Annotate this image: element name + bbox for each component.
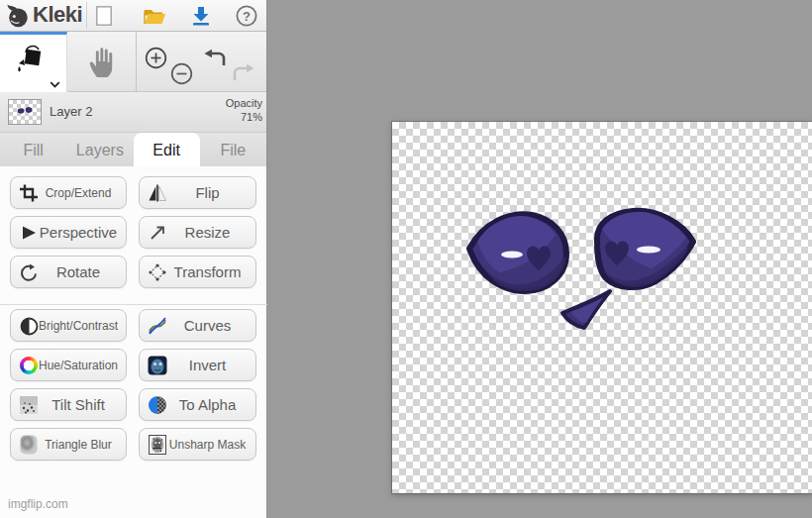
folder-icon — [144, 7, 166, 25]
redo-button[interactable] — [232, 62, 255, 85]
tab-edit[interactable]: Edit — [134, 133, 200, 166]
button-label: Transform — [174, 263, 242, 280]
invert-button[interactable]: Invert — [139, 349, 256, 381]
hue-saturation-button[interactable]: Hue/Saturation — [10, 349, 127, 381]
edit-panel: Crop/Extend Flip Perspective Resize — [0, 166, 266, 518]
canvas-drawing — [392, 122, 812, 493]
triangle-blur-button[interactable]: Triangle Blur — [10, 428, 127, 461]
nose — [562, 291, 610, 328]
tab-fill[interactable]: Fill — [0, 133, 66, 166]
redo-icon — [232, 62, 255, 82]
help-button[interactable]: ? — [234, 4, 259, 28]
zoom-in-icon — [145, 47, 167, 69]
imgflip-watermark: imgflip.com — [8, 497, 68, 511]
tab-bar: Fill Layers Edit File — [0, 133, 266, 166]
layer-thumbnail[interactable] — [8, 99, 42, 125]
button-label: Hue/Saturation — [39, 359, 118, 372]
new-image-button[interactable] — [91, 4, 117, 28]
help-icon: ? — [236, 5, 257, 27]
tool-row — [0, 32, 266, 92]
layer-name: Layer 2 — [50, 104, 92, 119]
flip-icon — [147, 182, 168, 204]
help-glyph: ? — [243, 9, 251, 24]
hue-ring-icon — [18, 355, 40, 376]
unsharp-mask-button[interactable]: Unsharp Mask — [139, 428, 256, 461]
button-label: Flip — [195, 184, 219, 201]
tilt-shift-button[interactable]: Tilt Shift — [10, 388, 127, 421]
hand-tool-button[interactable] — [67, 32, 135, 92]
opacity-display: Opacity 71% — [226, 96, 262, 124]
zoom-out-icon — [170, 62, 193, 85]
undo-button[interactable] — [203, 48, 227, 70]
button-label: Unsharp Mask — [169, 438, 246, 452]
button-label: Crop/Extend — [46, 186, 112, 200]
button-label: Curves — [184, 317, 232, 334]
blank-page-icon — [96, 6, 112, 26]
resize-button[interactable]: Resize — [139, 216, 256, 249]
transform-button[interactable]: Transform — [139, 256, 256, 288]
button-label: Rotate — [56, 263, 100, 280]
header-divider — [86, 2, 87, 29]
right-eye-glint — [637, 246, 660, 253]
toolbar-divider — [136, 32, 137, 92]
layer-thumbnail-preview — [9, 100, 41, 124]
tab-layers[interactable]: Layers — [66, 133, 133, 166]
button-label: Triangle Blur — [45, 438, 112, 452]
layer-bar: Layer 2 Opacity 71% — [0, 92, 266, 133]
crop-icon — [18, 182, 40, 204]
perspective-button[interactable]: Perspective — [10, 216, 127, 249]
button-label: Perspective — [40, 224, 117, 241]
crop-extend-button[interactable]: Crop/Extend — [10, 176, 127, 209]
left-eye — [469, 214, 566, 292]
opacity-label: Opacity — [226, 96, 262, 110]
rotate-icon — [18, 261, 40, 283]
perspective-icon — [18, 222, 40, 244]
open-file-button[interactable] — [142, 4, 167, 28]
to-alpha-icon — [147, 394, 168, 416]
curves-button[interactable]: Curves — [139, 309, 256, 342]
curves-icon — [147, 315, 168, 337]
tilt-shift-icon — [18, 394, 40, 416]
button-label: To Alpha — [179, 396, 237, 413]
unsharp-mask-icon — [147, 434, 168, 456]
button-label: Tilt Shift — [51, 396, 105, 413]
brightness-contrast-icon — [18, 315, 40, 337]
transform-icon — [147, 261, 168, 283]
left-panel: Kleki — [0, 0, 267, 518]
invert-preview-icon — [147, 355, 168, 376]
button-label: Resize — [185, 224, 231, 241]
drawing-canvas[interactable] — [392, 122, 812, 493]
bright-contrast-button[interactable]: Bright/Contrast — [10, 309, 127, 342]
flip-button[interactable]: Flip — [139, 176, 256, 209]
right-eye — [597, 211, 693, 287]
download-icon — [191, 6, 211, 26]
paint-bucket-icon — [12, 44, 48, 75]
paint-bucket-tool-button[interactable] — [0, 32, 67, 92]
tab-file[interactable]: File — [200, 133, 266, 166]
button-label: Bright/Contrast — [39, 319, 118, 333]
save-download-button[interactable] — [188, 4, 214, 28]
resize-arrow-icon — [147, 222, 168, 244]
zoom-out-button[interactable] — [170, 62, 193, 88]
kleki-app-window: Kleki — [0, 0, 812, 518]
opacity-value: 71% — [226, 110, 262, 124]
hand-icon — [85, 44, 117, 79]
kleki-logo-icon — [5, 3, 31, 29]
app-header: Kleki — [0, 0, 266, 32]
undo-icon — [203, 48, 227, 67]
chevron-down-icon — [50, 81, 60, 88]
left-eye-glint — [501, 252, 523, 259]
app-title: Kleki — [33, 2, 82, 28]
to-alpha-button[interactable]: To Alpha — [139, 388, 256, 421]
panel-divider — [0, 304, 267, 305]
button-label: Invert — [189, 357, 227, 373]
zoom-in-button[interactable] — [145, 47, 167, 72]
triangle-blur-icon — [18, 434, 40, 456]
rotate-button[interactable]: Rotate — [10, 256, 127, 288]
